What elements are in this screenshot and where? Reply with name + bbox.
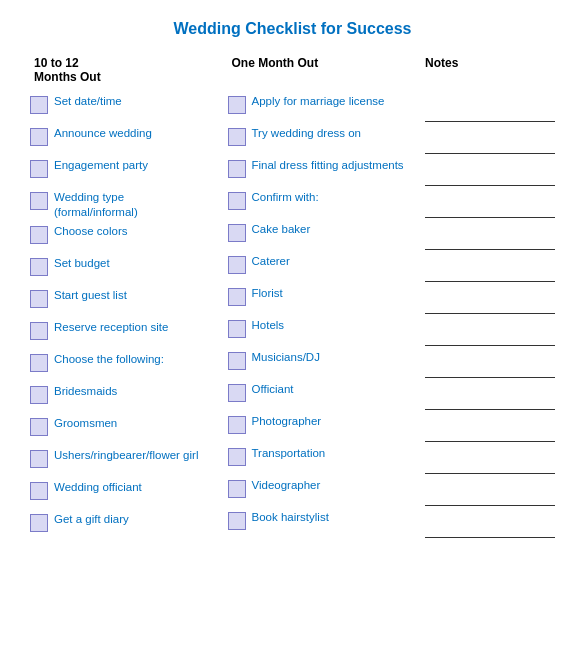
checkbox-col1-7[interactable] <box>30 322 48 340</box>
note-line[interactable] <box>425 94 555 122</box>
item-label: Ushers/ringbearer/flower girl <box>54 448 208 463</box>
checkbox-col1-0[interactable] <box>30 96 48 114</box>
checkbox-col2-2[interactable] <box>228 160 246 178</box>
item-label: Transportation <box>252 446 406 461</box>
item-label: Apply for marriage license <box>252 94 406 109</box>
checkbox-col2-0[interactable] <box>228 96 246 114</box>
checkbox-col1-4[interactable] <box>30 226 48 244</box>
checkbox-col1-12[interactable] <box>30 482 48 500</box>
item-label: Final dress fitting adjustments <box>252 158 406 173</box>
checkbox-col2-4[interactable] <box>228 224 246 242</box>
notes-col: Notes <box>425 56 555 544</box>
note-line[interactable] <box>425 350 555 378</box>
note-line[interactable] <box>425 414 555 442</box>
list-item: Wedding officiant <box>30 480 208 508</box>
checkbox-col2-6[interactable] <box>228 288 246 306</box>
list-item: Book hairstylist <box>228 510 406 538</box>
item-label: Choose colors <box>54 224 208 239</box>
list-item: Videographer <box>228 478 406 506</box>
note-line[interactable] <box>425 190 555 218</box>
list-item: Officiant <box>228 382 406 410</box>
checkbox-col2-9[interactable] <box>228 384 246 402</box>
item-label: Wedding type (formal/informal) <box>54 190 208 220</box>
list-item: Musicians/DJ <box>228 350 406 378</box>
list-item: Start guest list <box>30 288 208 316</box>
checkbox-col1-11[interactable] <box>30 450 48 468</box>
item-label: Engagement party <box>54 158 208 173</box>
item-label: Officiant <box>252 382 406 397</box>
col2-header: One Month Out <box>228 56 406 88</box>
checkbox-col1-2[interactable] <box>30 160 48 178</box>
checkbox-col2-7[interactable] <box>228 320 246 338</box>
list-item: Final dress fitting adjustments <box>228 158 406 186</box>
col-spacer-2 <box>405 56 425 544</box>
checkbox-col1-8[interactable] <box>30 354 48 372</box>
note-line[interactable] <box>425 446 555 474</box>
note-line[interactable] <box>425 478 555 506</box>
checkbox-col2-8[interactable] <box>228 352 246 370</box>
col2-items: Apply for marriage license Try wedding d… <box>228 94 406 542</box>
list-item: Transportation <box>228 446 406 474</box>
list-item: Get a gift diary <box>30 512 208 540</box>
col1: 10 to 12 Months Out Set date/time Announ… <box>30 56 208 544</box>
item-label: Wedding officiant <box>54 480 208 495</box>
list-item: Photographer <box>228 414 406 442</box>
col1-items: Set date/time Announce wedding Engagemen… <box>30 94 208 544</box>
list-item: Wedding type (formal/informal) <box>30 190 208 220</box>
item-label: Get a gift diary <box>54 512 208 527</box>
note-line[interactable] <box>425 318 555 346</box>
item-label: Confirm with: <box>252 190 406 205</box>
item-label: Start guest list <box>54 288 208 303</box>
item-label: Hotels <box>252 318 406 333</box>
note-line[interactable] <box>425 158 555 186</box>
checkbox-col1-3[interactable] <box>30 192 48 210</box>
note-line[interactable] <box>425 126 555 154</box>
checkbox-col1-9[interactable] <box>30 386 48 404</box>
checkbox-col2-5[interactable] <box>228 256 246 274</box>
item-label: Announce wedding <box>54 126 208 141</box>
checkbox-col2-13[interactable] <box>228 512 246 530</box>
list-item: Engagement party <box>30 158 208 186</box>
list-item: Cake baker <box>228 222 406 250</box>
list-item: Groomsmen <box>30 416 208 444</box>
list-item: Set budget <box>30 256 208 284</box>
list-item: Choose colors <box>30 224 208 252</box>
checkbox-col1-13[interactable] <box>30 514 48 532</box>
list-item: Confirm with: <box>228 190 406 218</box>
list-item: Try wedding dress on <box>228 126 406 154</box>
list-item: Set date/time <box>30 94 208 122</box>
list-item: Caterer <box>228 254 406 282</box>
note-line[interactable] <box>425 254 555 282</box>
item-label: Groomsmen <box>54 416 208 431</box>
col2: One Month Out Apply for marriage license… <box>228 56 406 544</box>
item-label: Musicians/DJ <box>252 350 406 365</box>
checkbox-col2-10[interactable] <box>228 416 246 434</box>
checkbox-col2-11[interactable] <box>228 448 246 466</box>
notes-lines <box>425 94 555 542</box>
note-line[interactable] <box>425 222 555 250</box>
item-label: Book hairstylist <box>252 510 406 525</box>
list-item: Announce wedding <box>30 126 208 154</box>
list-item: Choose the following: <box>30 352 208 380</box>
list-item: Bridesmaids <box>30 384 208 412</box>
col-spacer-1 <box>208 56 228 544</box>
item-label: Photographer <box>252 414 406 429</box>
list-item: Ushers/ringbearer/flower girl <box>30 448 208 476</box>
note-line[interactable] <box>425 286 555 314</box>
item-label: Videographer <box>252 478 406 493</box>
col1-header: 10 to 12 Months Out <box>30 56 208 88</box>
note-line[interactable] <box>425 510 555 538</box>
notes-header: Notes <box>425 56 555 88</box>
note-line[interactable] <box>425 382 555 410</box>
item-label: Florist <box>252 286 406 301</box>
item-label: Choose the following: <box>54 352 208 367</box>
checkbox-col1-6[interactable] <box>30 290 48 308</box>
checkbox-col2-3[interactable] <box>228 192 246 210</box>
item-label: Set date/time <box>54 94 208 109</box>
checkbox-col2-12[interactable] <box>228 480 246 498</box>
checkbox-col2-1[interactable] <box>228 128 246 146</box>
checkbox-col1-5[interactable] <box>30 258 48 276</box>
checkbox-col1-1[interactable] <box>30 128 48 146</box>
list-item: Hotels <box>228 318 406 346</box>
checkbox-col1-10[interactable] <box>30 418 48 436</box>
